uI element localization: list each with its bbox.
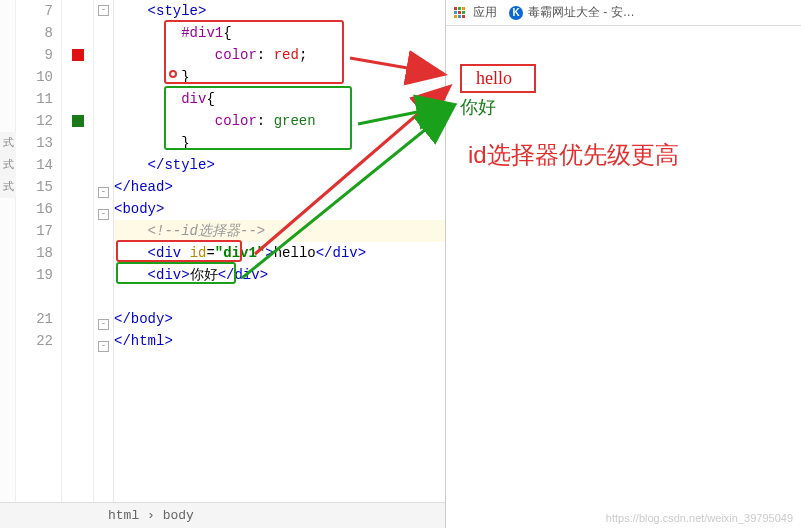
line-number: 13 <box>16 132 53 154</box>
dot-icon <box>169 70 177 78</box>
line-number-gutter: 789101112131415161718192122 <box>16 0 62 528</box>
site-favicon-icon: K <box>509 6 523 20</box>
color-swatch-green <box>72 115 84 127</box>
line-number: 9 <box>16 44 53 66</box>
breadcrumb-item[interactable]: html <box>108 508 139 523</box>
fold-toggle[interactable]: - <box>98 5 109 16</box>
browser-pane: 应用 K 毒霸网址大全 - 安… hello 你好 <box>445 0 801 528</box>
hello-text: hello <box>460 64 536 93</box>
stub: 式 <box>0 132 16 154</box>
line-number: 18 <box>16 242 53 264</box>
apps-grid-icon <box>454 7 465 18</box>
line-number <box>16 286 53 308</box>
line-number: 12 <box>16 110 53 132</box>
line-number: 11 <box>16 88 53 110</box>
breadcrumb[interactable]: html › body <box>0 502 445 528</box>
fold-toggle[interactable]: - <box>98 319 109 330</box>
marker-column <box>62 0 94 528</box>
bookmark-bar: 应用 K 毒霸网址大全 - 安… <box>446 0 801 26</box>
fold-toggle[interactable]: - <box>98 187 109 198</box>
line-number: 15 <box>16 176 53 198</box>
fold-toggle[interactable]: - <box>98 341 109 352</box>
fold-column: - - - - - <box>94 0 114 528</box>
fold-toggle[interactable]: - <box>98 209 109 220</box>
color-swatch-red <box>72 49 84 61</box>
stub: 式 <box>0 154 16 176</box>
code-content[interactable]: <style> #div1{ color: red; } div{ color:… <box>114 0 445 528</box>
line-number: 8 <box>16 22 53 44</box>
line-number: 17 <box>16 220 53 242</box>
line-number: 19 <box>16 264 53 286</box>
breadcrumb-item[interactable]: body <box>163 508 194 523</box>
line-number: 21 <box>16 308 53 330</box>
line-number: 16 <box>16 198 53 220</box>
rendered-page: hello 你好 <box>446 26 801 119</box>
line-number: 10 <box>16 66 53 88</box>
bookmark-item[interactable]: K 毒霸网址大全 - 安… <box>509 4 635 21</box>
code-editor: 式 式 式 789101112131415161718192122 - - - … <box>0 0 445 528</box>
line-number: 14 <box>16 154 53 176</box>
apps-button[interactable]: 应用 <box>454 4 497 21</box>
stub: 式 <box>0 176 16 198</box>
line-number: 22 <box>16 330 53 352</box>
line-number: 7 <box>16 0 53 22</box>
annotation-text: id选择器优先级更高 <box>468 138 768 172</box>
watermark: https://blog.csdn.net/weixin_39795049 <box>606 512 793 524</box>
left-strip: 式 式 式 <box>0 0 16 528</box>
nihao-text: 你好 <box>460 95 801 119</box>
